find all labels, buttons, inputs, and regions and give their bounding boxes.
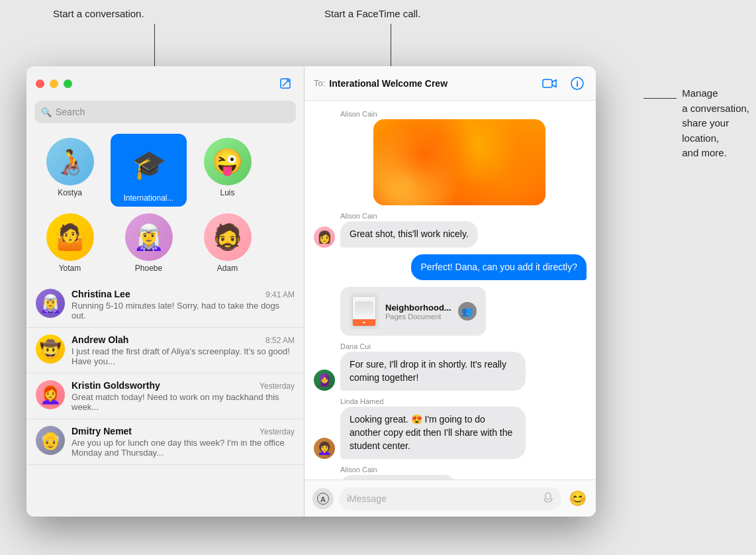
minimize-button[interactable]: [50, 79, 58, 88]
conv-header-dmitry: Dmitry Nemet Yesterday: [71, 426, 295, 436]
contact-name-international: International...: [123, 193, 173, 203]
traffic-lights: [36, 79, 72, 88]
conv-item-dmitry[interactable]: 👴 Dmitry Nemet Yesterday Are you up for …: [26, 419, 304, 465]
conv-name-andrew: Andrew Olah: [71, 334, 128, 345]
pinned-contacts: 🧑‍🦽 Kostya 🎓 International... 😜 Luis 🤷 Y…: [26, 130, 304, 282]
conv-time-dmitry: Yesterday: [260, 427, 295, 436]
app-store-button[interactable]: A: [312, 488, 334, 509]
annotation-start-conversation: Start a conversation.: [53, 8, 144, 19]
search-icon: 🔍: [41, 107, 52, 117]
attachment-bubble: ✏ Neighborhood... Pages Document 👥: [340, 287, 486, 336]
contact-name-kostya: Kostya: [58, 188, 82, 197]
conv-content-kristin: Kristin Goldsworthy Yesterday Great matc…: [71, 380, 295, 412]
chat-recipient: Interational Welcome Crew: [329, 78, 448, 89]
contact-name-yotam: Yotam: [59, 264, 81, 273]
msg-row-sent-1: Perfect! Dana, can you add it directly?: [411, 254, 587, 281]
close-button[interactable]: [36, 79, 44, 88]
msg-row-linda: Linda Hamed 👩‍🦱 Looking great. 😍 I'm goi…: [314, 397, 587, 459]
conv-item-kristin[interactable]: 👩‍🦰 Kristin Goldsworthy Yesterday Great …: [26, 374, 304, 419]
compose-button[interactable]: [276, 74, 295, 93]
annotation-manage: Managea conversation,share yourlocation,…: [682, 86, 749, 161]
group-icon: 👥: [458, 302, 477, 321]
avatar-international: 🎓: [122, 138, 175, 191]
attachment-info: Neighborhood... Pages Document: [385, 303, 451, 321]
avatar-phoebe: 🧝‍♀️: [125, 213, 173, 261]
pinned-contact-luis[interactable]: 😜 Luis: [189, 134, 265, 207]
contact-name-luis: Luis: [220, 188, 234, 197]
conv-avatar-kristin: 👩‍🦰: [36, 380, 65, 409]
conv-avatar-andrew: 🤠: [36, 334, 65, 364]
attachment-name: Neighborhood...: [385, 303, 451, 313]
avatar-yotam: 🤷: [46, 213, 94, 261]
compose-area: A iMessage 😊: [305, 479, 596, 517]
conv-preview-kristin: Great match today! Need to work on my ba…: [71, 392, 295, 412]
conv-time-christina: 9:41 AM: [265, 290, 295, 299]
conversation-list: 🧝‍♀️ Christina Lee 9:41 AM Running 5-10 …: [26, 282, 304, 517]
pinned-contact-phoebe[interactable]: 🧝‍♀️ Phoebe: [111, 209, 187, 277]
arrow-manage: [643, 98, 677, 99]
conv-header-christina: Christina Lee 9:41 AM: [71, 289, 295, 299]
avatar-adam: 🧔: [204, 213, 252, 261]
conv-preview-dmitry: Are you up for lunch one day this week? …: [71, 438, 295, 458]
sidebar: 🔍 Search 🧑‍🦽 Kostya 🎓 International... 😜…: [26, 66, 305, 517]
msg-row-dana: Dana Cui 🧕 For sure, I'll drop it in sho…: [314, 342, 587, 391]
svg-rect-4: [543, 79, 552, 87]
msg-avatar-dana: 🧕: [314, 370, 335, 391]
app-window: 🔍 Search 🧑‍🦽 Kostya 🎓 International... 😜…: [26, 66, 596, 517]
conv-item-andrew[interactable]: 🤠 Andrew Olah 8:52 AM I just read the fi…: [26, 328, 304, 374]
conv-name-christina: Christina Lee: [71, 289, 130, 299]
maximize-button[interactable]: [64, 79, 72, 88]
bubble-linda: Looking great. 😍 I'm going to do another…: [340, 407, 526, 459]
pinned-contact-yotam[interactable]: 🤷 Yotam: [32, 209, 108, 277]
svg-rect-9: [545, 493, 551, 499]
search-placeholder: Search: [56, 107, 85, 117]
conv-preview-andrew: I just read the first draft of Aliya's s…: [71, 346, 295, 366]
msg-row-attachment: ✏ Neighborhood... Pages Document 👥: [314, 287, 486, 336]
sender-label-alison-img: Alison Cain: [340, 110, 587, 205]
info-button[interactable]: i: [568, 74, 587, 93]
emoji-button[interactable]: 😊: [567, 488, 588, 509]
titlebar: [26, 66, 304, 101]
avatar-luis: 😜: [204, 138, 252, 185]
conv-content-andrew: Andrew Olah 8:52 AM I just read the firs…: [71, 334, 295, 366]
conv-content-christina: Christina Lee 9:41 AM Running 5-10 minut…: [71, 289, 295, 321]
pinned-contact-international[interactable]: 🎓 International...: [111, 134, 187, 207]
contact-name-phoebe: Phoebe: [135, 264, 162, 273]
svg-text:i: i: [576, 79, 579, 89]
msg-avatar-linda: 👩‍🦱: [314, 438, 335, 459]
chat-area: To: Interational Welcome Crew i: [305, 66, 596, 517]
arrow-start-conversation: [154, 24, 155, 66]
annotation-facetime: Start a FaceTime call.: [324, 8, 420, 19]
conv-time-andrew: 8:52 AM: [265, 336, 295, 345]
chat-actions: i: [540, 74, 587, 93]
msg-row-alison-2: Alison Cain 👩 I think that's everything!: [314, 466, 587, 479]
pinned-contact-adam[interactable]: 🧔 Adam: [189, 209, 265, 277]
conv-avatar-christina: 🧝‍♀️: [36, 289, 65, 318]
messages-area: Alison Cain Alison Cain 👩 Great shot, th…: [305, 101, 596, 479]
msg-avatar-alison: 👩: [314, 227, 335, 248]
facetime-button[interactable]: [540, 74, 559, 93]
bubble-alison-1: Great shot, this'll work nicely.: [340, 221, 478, 248]
conv-name-dmitry: Dmitry Nemet: [71, 426, 132, 436]
conv-item-christina[interactable]: 🧝‍♀️ Christina Lee 9:41 AM Running 5-10 …: [26, 282, 304, 328]
bubble-alison-2: I think that's everything!: [340, 475, 456, 479]
input-placeholder: iMessage: [347, 493, 387, 504]
contact-name-adam: Adam: [217, 264, 238, 273]
search-bar[interactable]: 🔍 Search: [34, 101, 296, 123]
arrow-facetime: [391, 24, 391, 69]
pinned-contact-kostya[interactable]: 🧑‍🦽 Kostya: [32, 134, 108, 207]
audio-icon: [543, 492, 553, 505]
chat-title-section: To: Interational Welcome Crew: [314, 78, 534, 89]
conv-content-dmitry: Dmitry Nemet Yesterday Are you up for lu…: [71, 426, 295, 458]
conv-avatar-dmitry: 👴: [36, 426, 65, 455]
msg-row-alison-1: Alison Cain 👩 Great shot, this'll work n…: [314, 212, 587, 248]
message-input[interactable]: iMessage: [339, 487, 561, 510]
svg-line-1: [283, 81, 288, 86]
svg-text:A: A: [320, 495, 326, 503]
bubble-sent-1: Perfect! Dana, can you add it directly?: [411, 254, 587, 281]
attachment-type: Pages Document: [385, 313, 451, 321]
chat-header: To: Interational Welcome Crew i: [305, 66, 596, 101]
conv-time-kristin: Yesterday: [260, 381, 295, 391]
image-message-flowers: [373, 119, 545, 205]
conv-name-kristin: Kristin Goldsworthy: [71, 380, 160, 391]
